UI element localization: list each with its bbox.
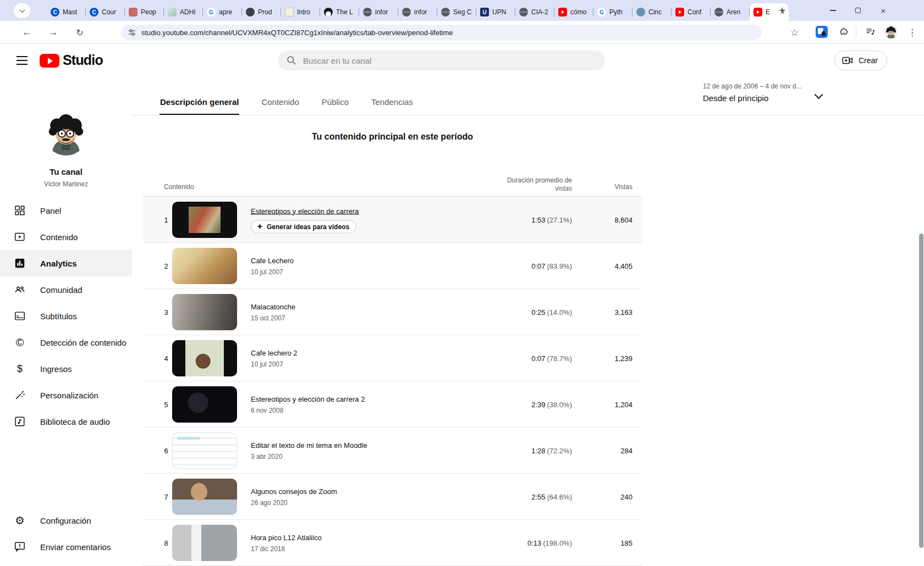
video-thumbnail[interactable]: [172, 432, 237, 469]
window-controls: ×: [828, 0, 888, 21]
table-row[interactable]: 2 Cafe Lechero 10 jul 2007 0:07(83.9%): [143, 243, 642, 289]
site-info-icon[interactable]: [128, 28, 136, 37]
close-window-button[interactable]: ×: [879, 6, 888, 15]
browser-tab[interactable]: cómo: [554, 3, 593, 21]
tab-contenido[interactable]: Contenido: [261, 97, 299, 115]
video-thumbnail[interactable]: [172, 202, 237, 238]
browser-tab[interactable]: The L: [320, 3, 359, 21]
table-row[interactable]: 5 Estereotipos y elección de carrera 2 6…: [143, 381, 642, 428]
video-date: 10 jul 2007: [251, 268, 294, 276]
video-thumbnail[interactable]: [172, 248, 237, 284]
sidebar-item-deteccion[interactable]: © Detección de contenido: [0, 329, 132, 356]
video-thumbnail[interactable]: [172, 525, 237, 561]
reload-icon[interactable]: ↻: [74, 27, 86, 37]
table-row[interactable]: 8 Hora pico L12 Atlalilco 17 dic 2018 0:…: [143, 520, 642, 566]
table-row[interactable]: 3 Malacatonche 15 oct 2007 0:25(14.0%): [143, 289, 642, 335]
sidebar-item-biblioteca[interactable]: Biblioteca de audio: [0, 408, 132, 435]
video-title[interactable]: Cafe Lechero: [251, 256, 294, 265]
sidebar-item-contenido[interactable]: Contenido: [0, 224, 132, 250]
browser-tab[interactable]: C Mast: [47, 3, 86, 21]
browser-tab[interactable]: infor: [359, 3, 398, 21]
youtube-logo-icon[interactable]: [40, 54, 59, 68]
minimize-button[interactable]: [828, 6, 837, 15]
browser-tab[interactable]: G apre: [203, 3, 242, 21]
sidebar-item-subtitulos[interactable]: Subtítulos: [0, 303, 132, 329]
rank-number: 6: [160, 446, 173, 454]
youtube-studio-logo[interactable]: Studio: [63, 52, 103, 68]
table-row[interactable]: 6 Editar el texto de mi tema en Moodle 3…: [143, 428, 642, 474]
tab-descripcion-general[interactable]: Descripción general: [160, 97, 239, 115]
scrollbar-thumb[interactable]: [919, 234, 923, 548]
playlist-icon[interactable]: [865, 26, 877, 38]
browser-tab[interactable]: C Cour: [86, 3, 125, 21]
video-thumbnail[interactable]: [172, 386, 237, 423]
video-title[interactable]: Editar el texto de mi tema en Moodle: [251, 441, 367, 450]
browser-tab[interactable]: Intro: [281, 3, 320, 21]
sidebar-item-panel[interactable]: Panel: [0, 197, 132, 224]
video-title[interactable]: Algunos consejos de Zoom: [251, 487, 337, 496]
table-row[interactable]: 7 Algunos consejos de Zoom 26 ago 2020 2…: [143, 474, 642, 520]
section-title: Tu contenido principal en este período: [143, 132, 642, 142]
video-title[interactable]: Hora pico L12 Atlalilco: [251, 533, 322, 542]
browser-tab[interactable]: U UPN: [476, 3, 515, 21]
browser-tab[interactable]: infor: [398, 3, 437, 21]
forward-icon[interactable]: →: [47, 27, 59, 38]
browser-menu-icon[interactable]: ⋮: [908, 26, 917, 38]
search-input[interactable]: [303, 56, 597, 65]
tabs-divider: [132, 115, 924, 115]
extensions-puzzle-icon[interactable]: [837, 26, 849, 38]
video-thumbnail[interactable]: [172, 294, 237, 330]
bookmark-star-icon[interactable]: ☆: [790, 26, 799, 38]
browser-tab[interactable]: CIA-2: [515, 3, 554, 21]
sidebar-item-ingresos[interactable]: $ Ingresos: [0, 356, 132, 382]
sidebar-item-enviar-comentarios[interactable]: Enviar comentarios: [0, 534, 132, 560]
video-thumbnail[interactable]: [172, 340, 237, 376]
browser-tab[interactable]: Seg C: [437, 3, 476, 21]
browser-tab[interactable]: Conf: [672, 3, 711, 21]
sidebar-item-analytics[interactable]: Analytics: [0, 250, 132, 276]
hamburger-menu-icon[interactable]: [16, 56, 28, 65]
views-count: 8,604: [528, 215, 632, 224]
sidebar-item-configuracion[interactable]: ⚙ Configuración: [0, 507, 132, 534]
table-row[interactable]: 1 Estereotipos y elección de carrera Gen…: [143, 197, 642, 243]
browser-tab[interactable]: G Pyth: [593, 3, 632, 21]
analytics-tabs: Descripción general Contenido Público Te…: [160, 77, 414, 115]
create-button[interactable]: Crear: [834, 51, 887, 70]
browser-tab[interactable]: ADHI: [164, 3, 203, 21]
video-date: 10 jul 2007: [251, 360, 298, 368]
video-date: 15 oct 2007: [251, 314, 295, 322]
channel-search-box[interactable]: [278, 51, 605, 70]
browser-tab[interactable]: Prod: [242, 3, 281, 21]
tab-tendencias[interactable]: Tendencias: [371, 97, 414, 115]
sidebar-item-comunidad[interactable]: Comunidad: [0, 276, 132, 303]
address-bar[interactable]: studio.youtube.com/channel/UCVXMR4xQT0CZ…: [121, 25, 762, 40]
browser-profile-avatar[interactable]: [884, 25, 898, 38]
video-date: 3 abr 2020: [251, 453, 367, 460]
views-count: 1,239: [528, 354, 632, 362]
screen: C Mast C Cour Peop A: [0, 0, 924, 566]
channel-title: Tu canal: [0, 167, 132, 176]
video-title[interactable]: Estereotipos y elección de carrera 2: [251, 395, 365, 404]
date-range-picker[interactable]: 12 de ago de 2006 – 4 de nov d... Desde …: [703, 82, 829, 103]
channel-avatar[interactable]: [44, 112, 88, 156]
sidebar-item-personalizacion[interactable]: Personalización: [0, 382, 132, 408]
dashboard-icon: [13, 204, 26, 217]
video-thumbnail[interactable]: [172, 479, 237, 515]
video-title[interactable]: Cafe lechero 2: [251, 348, 298, 358]
back-icon[interactable]: ←: [21, 27, 33, 38]
video-title[interactable]: Estereotipos y elección de carrera: [251, 206, 359, 215]
browser-tab[interactable]: Aren: [711, 3, 750, 21]
browser-tab[interactable]: Peop: [125, 3, 164, 21]
generate-ideas-chip[interactable]: Generar ideas para videos: [251, 220, 356, 233]
browser-tab[interactable]: Cinc: [632, 3, 672, 21]
table-row[interactable]: 4 Cafe lechero 2 10 jul 2007 0:07(78.7%): [143, 335, 642, 381]
video-title[interactable]: Malacatonche: [251, 302, 295, 312]
restore-button[interactable]: [854, 6, 862, 15]
tab-search-button[interactable]: [14, 3, 30, 18]
password-extension-icon[interactable]: [816, 26, 828, 38]
customization-icon: [13, 389, 26, 402]
browser-tab-strip: C Mast C Cour Peop A: [0, 0, 924, 21]
tab-publico[interactable]: Público: [321, 97, 349, 115]
new-tab-button[interactable]: +: [774, 3, 790, 18]
views-count: 1,204: [528, 400, 632, 408]
